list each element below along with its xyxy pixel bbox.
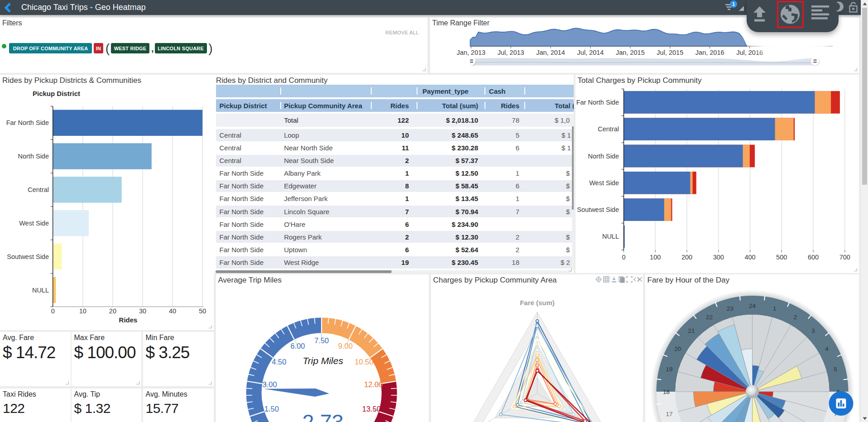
svg-text:Jul, 2014: Jul, 2014: [577, 49, 604, 56]
svg-text:Jul, 2013: Jul, 2013: [497, 49, 524, 56]
svg-text:0: 0: [51, 307, 55, 315]
svg-text:North Side: North Side: [18, 153, 49, 160]
svg-text:2.73: 2.73: [302, 410, 343, 422]
svg-text:9.00: 9.00: [338, 342, 352, 350]
svg-text:18: 18: [662, 388, 669, 395]
svg-text:0: 0: [622, 254, 625, 261]
svg-text:Jul, 2015: Jul, 2015: [657, 49, 683, 56]
svg-text:600: 600: [808, 254, 819, 261]
svg-text:Fare (sum): Fare (sum): [520, 299, 555, 307]
svg-text:3: 3: [811, 327, 815, 334]
svg-text:10.50: 10.50: [355, 358, 373, 366]
svg-text:NULL: NULL: [602, 233, 619, 240]
svg-text:300: 300: [713, 254, 724, 261]
svg-text:Central: Central: [28, 186, 49, 193]
svg-text:12.00: 12.00: [364, 380, 383, 388]
svg-text:Soutwest Side: Soutwest Side: [7, 253, 49, 260]
svg-text:200: 200: [681, 254, 692, 261]
svg-text:Jul, 2016: Jul, 2016: [736, 49, 763, 56]
svg-text:7.50: 7.50: [314, 336, 329, 345]
svg-text:17: 17: [666, 411, 672, 417]
svg-text:19: 19: [666, 366, 672, 373]
svg-text:21: 21: [688, 327, 695, 334]
svg-text:5: 5: [834, 366, 837, 373]
svg-text:NULL: NULL: [32, 287, 49, 294]
svg-text:100: 100: [650, 254, 661, 261]
svg-text:Far North Side: Far North Side: [6, 119, 49, 126]
svg-text:1: 1: [772, 305, 776, 312]
svg-text:22: 22: [705, 314, 712, 321]
svg-text:3.00: 3.00: [262, 380, 277, 388]
svg-text:50: 50: [199, 307, 206, 315]
svg-text:West Side: West Side: [589, 179, 619, 187]
svg-text:Central: Central: [598, 125, 619, 133]
svg-text:Jan, 2013: Jan, 2013: [456, 49, 485, 56]
svg-text:4.50: 4.50: [272, 358, 286, 366]
svg-text:6.00: 6.00: [290, 342, 305, 350]
svg-text:10: 10: [79, 307, 86, 315]
svg-text:40: 40: [169, 307, 176, 315]
svg-text:500: 500: [776, 254, 787, 261]
svg-text:Jan, 2016: Jan, 2016: [695, 49, 724, 56]
svg-text:700: 700: [839, 254, 850, 261]
svg-text:23: 23: [726, 305, 733, 312]
svg-text:24: 24: [748, 302, 756, 309]
svg-text:1.50: 1.50: [264, 405, 278, 413]
svg-text:400: 400: [744, 254, 755, 261]
svg-text:2: 2: [793, 314, 797, 321]
svg-text:Jan, 2015: Jan, 2015: [616, 49, 645, 56]
svg-text:20: 20: [674, 345, 681, 352]
svg-text:West Side: West Side: [19, 220, 49, 227]
svg-text:30: 30: [139, 307, 146, 315]
svg-text:13.50: 13.50: [362, 405, 380, 413]
svg-text:Trip Miles: Trip Miles: [302, 355, 343, 366]
svg-text:North Side: North Side: [588, 153, 619, 160]
svg-text:4: 4: [825, 345, 829, 352]
svg-text:Soutwest Side: Soutwest Side: [577, 206, 619, 213]
svg-text:20: 20: [109, 307, 116, 315]
svg-text:Rides: Rides: [119, 316, 138, 324]
svg-text:Jan, 2014: Jan, 2014: [536, 49, 565, 56]
svg-text:Far North Side: Far North Side: [576, 99, 619, 106]
